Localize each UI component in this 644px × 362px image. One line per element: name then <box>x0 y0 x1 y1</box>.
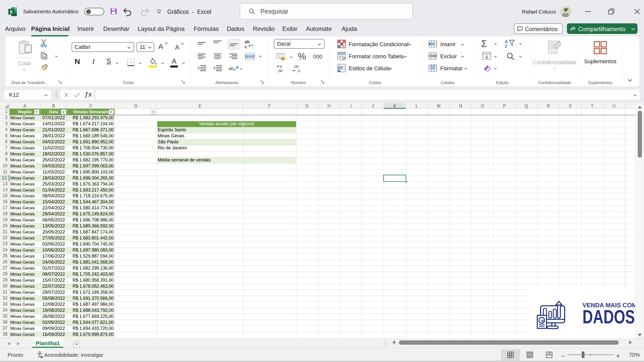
svg-text:A: A <box>505 40 508 44</box>
svg-text:0: 0 <box>280 64 282 69</box>
svg-text:c: c <box>245 44 247 49</box>
svg-text:X: X <box>10 10 13 15</box>
svg-text:,00: ,00 <box>293 64 299 69</box>
svg-text:Z: Z <box>505 44 507 48</box>
svg-text:ab: ab <box>229 66 234 71</box>
svg-text:,0: ,0 <box>297 69 300 73</box>
svg-text:ab: ab <box>245 39 250 44</box>
svg-text:,00: ,00 <box>277 69 283 73</box>
